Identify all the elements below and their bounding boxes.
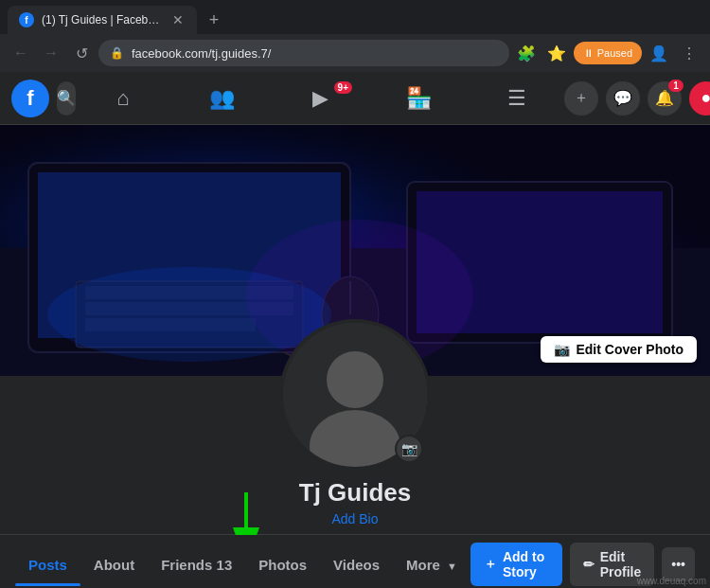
profile-button[interactable]: 👤 — [646, 40, 672, 66]
more-chevron-icon: ▼ — [447, 561, 457, 572]
tab-more-label: More — [406, 557, 440, 573]
address-bar[interactable]: 🔒 facebook.com/tj.guides.7/ — [98, 40, 509, 66]
tab-favicon: f — [19, 12, 34, 27]
toolbar-right-actions: 🧩 ⭐ ⏸ Paused 👤 ⋮ — [513, 40, 702, 66]
forward-button[interactable]: → — [38, 40, 64, 66]
tab-photos-label: Photos — [258, 557, 307, 573]
messenger-button[interactable]: 💬 — [606, 81, 640, 116]
new-tab-button[interactable]: + — [201, 7, 227, 33]
facebook-navbar: f 🔍 ⌂ 👥 ▶ 9+ 🏪 ☰ ＋ 💬 🔔 1 — [0, 72, 710, 125]
nav-home[interactable]: ⌂ — [76, 76, 170, 121]
tab-videos[interactable]: Videos — [320, 543, 393, 586]
nav-watch[interactable]: ▶ 9+ — [273, 76, 367, 121]
nav-friends[interactable]: 👥 — [174, 76, 269, 121]
more-dots-icon: ••• — [671, 557, 685, 572]
refresh-button[interactable]: ↺ — [68, 40, 95, 66]
browser-chrome: f (1) Tj Guides | Facebook ✕ + ← → ↺ 🔒 f… — [0, 0, 710, 72]
tab-title: (1) Tj Guides | Facebook — [42, 13, 163, 27]
browser-tabs-bar: f (1) Tj Guides | Facebook ✕ + — [0, 0, 710, 34]
menu-button[interactable]: ⋮ — [676, 40, 702, 66]
profile-section: 📷 Edit Cover Photo 📷 Tj Guides Add Bio — [0, 125, 710, 588]
menu-icon: ☰ — [507, 86, 526, 111]
tab-posts-label: Posts — [28, 557, 67, 573]
watch-icon: ▶ — [312, 86, 328, 111]
svg-point-20 — [327, 351, 383, 408]
nav-marketplace[interactable]: 🏪 — [371, 76, 466, 121]
marketplace-icon: 🏪 — [406, 86, 432, 111]
url-text: facebook.com/tj.guides.7/ — [132, 46, 498, 61]
watch-badge: 9+ — [334, 81, 352, 94]
paused-label: Paused — [597, 47, 632, 59]
bookmark-button[interactable]: ⭐ — [543, 40, 570, 66]
nav-right-actions: ＋ 💬 🔔 1 ● — [564, 81, 710, 116]
friends-icon: 👥 — [209, 86, 235, 111]
search-button[interactable]: 🔍 — [57, 81, 76, 116]
profile-name: Tj Guides — [299, 478, 411, 508]
extensions-button[interactable]: 🧩 — [513, 40, 540, 66]
add-story-icon: ＋ — [484, 556, 497, 573]
notification-badge: 1 — [668, 80, 683, 92]
profile-avatar-wrapper: 📷 — [279, 319, 431, 471]
nav-menu[interactable]: ☰ — [470, 76, 564, 121]
notification-icon: 🔔 — [655, 89, 674, 107]
camera-icon: 📷 — [554, 342, 570, 357]
tab-about[interactable]: About — [80, 543, 148, 586]
arrow-indicator — [227, 488, 265, 539]
tab-close-button[interactable]: ✕ — [170, 12, 186, 27]
camera-icon: 📷 — [401, 441, 417, 456]
back-button[interactable]: ← — [8, 40, 34, 66]
tab-friends[interactable]: Friends 13 — [148, 543, 245, 586]
tab-photos[interactable]: Photos — [245, 543, 320, 586]
edit-cover-label: Edit Cover Photo — [576, 342, 683, 357]
lock-icon: 🔒 — [110, 46, 124, 60]
profile-info: 📷 Tj Guides Add Bio — [0, 376, 710, 526]
tab-posts[interactable]: Posts — [15, 543, 80, 586]
edit-icon: ✏ — [583, 557, 595, 572]
home-icon: ⌂ — [116, 86, 129, 111]
friends-count: 13 — [217, 557, 233, 573]
add-to-story-button[interactable]: ＋ Add to Story — [470, 543, 562, 586]
search-icon: 🔍 — [57, 89, 76, 107]
nav-center: ⌂ 👥 ▶ 9+ 🏪 ☰ — [76, 76, 564, 121]
create-icon: ＋ — [574, 88, 589, 108]
avatar-camera-button[interactable]: 📷 — [395, 435, 423, 463]
watermark: www.deuaq.com — [633, 574, 710, 588]
create-button[interactable]: ＋ — [564, 81, 598, 116]
account-button[interactable]: ● — [689, 81, 710, 116]
browser-toolbar: ← → ↺ 🔒 facebook.com/tj.guides.7/ 🧩 ⭐ ⏸ … — [0, 34, 710, 72]
facebook-logo: f — [11, 80, 49, 117]
edit-cover-photo-button[interactable]: 📷 Edit Cover Photo — [541, 336, 697, 363]
tab-friends-label: Friends — [161, 557, 212, 573]
tab-more[interactable]: More ▼ — [393, 543, 470, 586]
paused-icon: ⏸ — [583, 47, 594, 59]
add-story-label: Add to Story — [503, 549, 549, 579]
notification-dot: ● — [701, 88, 710, 108]
active-tab[interactable]: f (1) Tj Guides | Facebook ✕ — [8, 6, 197, 34]
paused-button[interactable]: ⏸ Paused — [574, 42, 642, 64]
notifications-button[interactable]: 🔔 1 — [648, 81, 682, 116]
profile-tabs: Posts About Friends 13 Photos Videos Mor… — [0, 534, 710, 588]
messenger-icon: 💬 — [613, 89, 632, 107]
add-bio-link[interactable]: Add Bio — [331, 511, 378, 526]
tab-about-label: About — [94, 557, 134, 573]
tab-videos-label: Videos — [333, 557, 380, 573]
